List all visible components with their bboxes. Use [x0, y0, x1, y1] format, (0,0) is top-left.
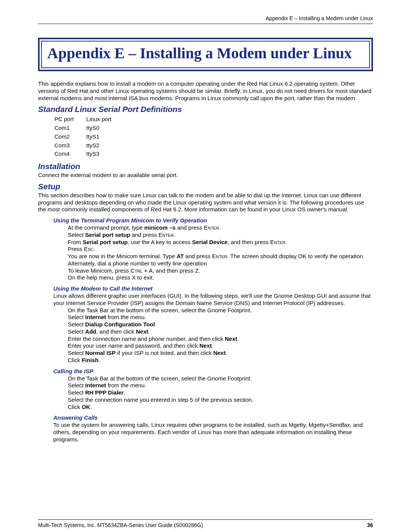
heading-serial-defs: Standard Linux Serial Port Definitions [38, 105, 373, 114]
text: . [226, 350, 227, 356]
table-cell: Com2 [54, 133, 85, 141]
text: , and then click [96, 328, 136, 335]
text: and press [184, 253, 212, 259]
setup-text: This section describes how to make sure … [38, 192, 373, 213]
table-row: Com1 ttyS0 [54, 124, 123, 132]
text: To leave Minicom, press [68, 267, 131, 274]
table-row: Com3 ttyS2 [54, 142, 123, 150]
page-number: 36 [367, 522, 373, 528]
key-name: Enter [212, 253, 227, 259]
step-line: Enter the connection name and phone numb… [68, 335, 373, 343]
step-line: Select Add, and then click Next. [68, 328, 373, 335]
step-line: Select Serial port setup and press Enter… [68, 232, 373, 239]
text: Select [68, 382, 85, 388]
text: from the menu. [106, 314, 146, 320]
step-line: On the Task Bar at the bottom of the scr… [68, 375, 373, 382]
text: Click [68, 357, 82, 363]
step-line: On the help menu, press X to exit. [68, 274, 373, 281]
bold-text: Next [213, 350, 226, 356]
paragraph: Linux allows different graphic user inte… [53, 292, 373, 307]
bold-text: minicom –s [144, 224, 176, 231]
text: Press [68, 246, 84, 252]
heading-answering-calls: Answering Calls [53, 414, 373, 421]
paragraph: To use the system for answering calls, L… [53, 422, 373, 443]
bold-text: Serial Device [192, 239, 228, 245]
bold-text: Finish [82, 357, 99, 363]
text: + A, and then press Z. [143, 267, 200, 274]
step-line: Select Dialup Configuration Tool. [68, 321, 373, 328]
text: . [212, 342, 213, 349]
heading-calling-isp: Calling the ISP [53, 368, 373, 374]
key-name: Ctrl [131, 267, 143, 274]
heading-minicom: Using the Terminal Program Minicom to Ve… [53, 217, 373, 224]
step-line: Select the connection name you entered i… [68, 396, 373, 404]
table-cell: Linux port [86, 115, 123, 123]
step-line: Select Internet from the menu. [68, 314, 373, 321]
page-header: Appendix E – Installing a Modem under Li… [38, 15, 373, 24]
table-cell: Com3 [54, 142, 85, 150]
key-name: Enter [204, 224, 219, 231]
table-cell: ttyS2 [86, 142, 123, 150]
text: . [219, 224, 221, 231]
step-line: Select RH PPP Dialer. [68, 389, 373, 396]
text: . [285, 239, 287, 245]
intro-paragraph: This appendix explains how to install a … [38, 80, 373, 102]
text: At the command prompt, type [68, 224, 144, 231]
bold-text: OK [82, 404, 91, 410]
step-line: From Serial port setup, use the A key to… [68, 239, 373, 246]
serial-port-table: PC port Linux port Com1 ttyS0 Com2 ttyS1… [53, 115, 124, 159]
text: and press [130, 232, 158, 238]
bold-text: Add [85, 328, 96, 335]
key-name: Enter [270, 239, 285, 245]
text: . [94, 246, 95, 252]
heading-call-internet: Using the Modem to Call the Internet [53, 285, 373, 292]
step-line: Click Finish. [68, 357, 373, 364]
page: Appendix E – Installing a Modem under Li… [0, 0, 411, 532]
page-title: Appendix E – Installing a Modem under Li… [47, 45, 364, 62]
text: and press [175, 224, 204, 231]
text: You are now in the Minicom terminal. Typ… [68, 253, 177, 259]
table-cell: ttyS0 [86, 124, 123, 132]
bold-text: Internet [85, 314, 106, 320]
text: , use the A key to access [128, 239, 192, 245]
text: Select [68, 328, 85, 335]
table-cell: PC port [54, 115, 85, 123]
table-cell: ttyS3 [86, 150, 123, 158]
heading-setup: Setup [38, 182, 373, 191]
text: Select [68, 389, 85, 396]
bold-text: Serial port setup [85, 232, 130, 238]
text: . [174, 232, 175, 238]
bold-text: Internet [85, 382, 106, 388]
bold-text: Dialup Configuration Tool [85, 321, 155, 328]
title-inner: Appendix E – Installing a Modem under Li… [41, 41, 370, 68]
bold-text: Normal ISP [85, 350, 116, 356]
heading-installation: Installation [38, 162, 373, 171]
table-row: Com2 ttyS1 [54, 133, 123, 141]
bold-text: RH PPP Dialer [85, 389, 124, 396]
text: Enter the connection name and phone numb… [68, 335, 225, 342]
text: if your ISP is not listed, and then clic… [116, 350, 213, 356]
step-line: To leave Minicom, press Ctrl + A, and th… [68, 267, 373, 275]
table-cell: Com4 [54, 150, 85, 158]
step-line: Select Normal ISP if your ISP is not lis… [68, 350, 373, 357]
bold-text: Next [136, 328, 148, 335]
text: . [90, 404, 92, 410]
text: , and then press [228, 239, 270, 245]
text: Select [68, 350, 85, 356]
text: from the menu. [106, 382, 146, 388]
text: . [124, 389, 125, 396]
text: Click [68, 404, 82, 410]
bold-text: Next [199, 342, 212, 349]
table-cell: Com1 [54, 124, 85, 132]
title-box: Appendix E – Installing a Modem under Li… [38, 38, 373, 71]
table-cell: ttyS1 [86, 133, 123, 141]
step-line: You are now in the Minicom terminal. Typ… [68, 253, 373, 267]
text: Enter your user name and password, and t… [68, 342, 199, 349]
text: Select [68, 321, 85, 328]
text: From [68, 239, 83, 245]
text: Select [68, 232, 85, 238]
installation-text: Connect the external modem to an availab… [38, 172, 373, 179]
step-line: Click OK. [68, 404, 373, 411]
text: Select [68, 314, 85, 320]
text: . [99, 357, 100, 363]
